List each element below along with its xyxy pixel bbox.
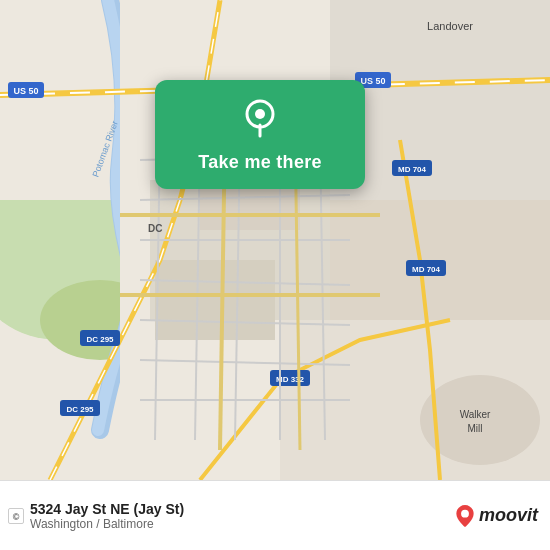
svg-text:DC 295: DC 295 xyxy=(86,335,114,344)
moovit-logo: moovit xyxy=(454,505,538,527)
svg-text:MD 704: MD 704 xyxy=(412,265,441,274)
moovit-brand-text: moovit xyxy=(479,505,538,526)
take-me-there-button[interactable]: Take me there xyxy=(198,152,322,173)
moovit-pin-icon xyxy=(454,505,476,527)
svg-text:US 50: US 50 xyxy=(13,86,38,96)
svg-text:Walker: Walker xyxy=(460,409,491,420)
svg-text:Landover: Landover xyxy=(427,20,473,32)
svg-point-49 xyxy=(255,109,265,119)
svg-rect-8 xyxy=(155,260,275,340)
bottom-bar: © 5324 Jay St NE (Jay St) Washington / B… xyxy=(0,480,550,550)
location-card: Take me there xyxy=(155,80,365,189)
svg-text:MD 704: MD 704 xyxy=(398,165,427,174)
location-region: Washington / Baltimore xyxy=(30,517,444,531)
location-pin-icon xyxy=(238,98,282,142)
svg-point-50 xyxy=(461,509,469,517)
location-info: 5324 Jay St NE (Jay St) Washington / Bal… xyxy=(30,501,444,531)
osm-attribution: © xyxy=(8,508,24,524)
osm-logo: © xyxy=(8,508,24,524)
map-container[interactable]: US 50 US 50 DC 295 DC 295 MD 704 MD 704 … xyxy=(0,0,550,480)
svg-text:DC 295: DC 295 xyxy=(66,405,94,414)
svg-text:DC: DC xyxy=(148,223,162,234)
svg-text:US 50: US 50 xyxy=(360,76,385,86)
map-background: US 50 US 50 DC 295 DC 295 MD 704 MD 704 … xyxy=(0,0,550,480)
location-name: 5324 Jay St NE (Jay St) xyxy=(30,501,444,517)
svg-text:Mill: Mill xyxy=(468,423,483,434)
